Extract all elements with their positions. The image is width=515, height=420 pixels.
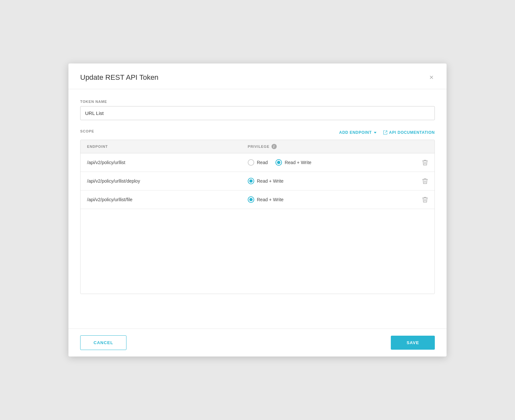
- scope-actions: ADD ENDPOINT API DOCUMENTATION: [339, 130, 435, 135]
- privilege-column-header: PRIVILEGE i: [248, 144, 408, 149]
- scope-header-row: SCOPE ADD ENDPOINT API DOCUMENTATION: [80, 129, 435, 136]
- trash-icon: [422, 178, 428, 184]
- external-link-icon: [383, 130, 388, 135]
- read-radio-row0[interactable]: Read: [248, 159, 268, 166]
- delete-button-row1[interactable]: [408, 178, 428, 184]
- chevron-down-icon: [374, 132, 376, 133]
- modal-body: TOKEN NAME SCOPE ADD ENDPOINT: [68, 89, 447, 329]
- modal-container: Update REST API Token × TOKEN NAME SCOPE…: [68, 63, 447, 357]
- read-write-radio-circle-row1: [248, 178, 254, 184]
- read-write-label-row1: Read + Write: [257, 178, 284, 184]
- endpoint-text: /api/v2/policy/urllist/file: [87, 197, 248, 202]
- read-label-row0: Read: [257, 160, 268, 165]
- api-documentation-label: API DOCUMENTATION: [389, 130, 435, 135]
- endpoint-text: /api/v2/policy/urllist: [87, 160, 248, 165]
- delete-button-row2[interactable]: [408, 196, 428, 203]
- table-row: /api/v2/policy/urllist/file Read + Write: [81, 190, 434, 209]
- endpoint-column-header: ENDPOINT: [87, 144, 248, 149]
- read-write-radio-circle-row0: [275, 159, 282, 166]
- scope-label: SCOPE: [80, 129, 94, 133]
- privilege-cell: Read + Write: [248, 178, 408, 184]
- privilege-info-icon[interactable]: i: [272, 144, 277, 149]
- table-row: /api/v2/policy/urllist/deploy Read + Wri…: [81, 172, 434, 190]
- delete-button-row0[interactable]: [408, 159, 428, 166]
- read-write-label-row2: Read + Write: [257, 197, 284, 202]
- token-name-section: TOKEN NAME: [80, 100, 435, 120]
- token-name-label: TOKEN NAME: [80, 100, 435, 104]
- privilege-cell: Read Read + Write: [248, 159, 408, 166]
- read-write-radio-row0[interactable]: Read + Write: [275, 159, 311, 166]
- read-write-radio-row1[interactable]: Read + Write: [248, 178, 284, 184]
- privilege-cell: Read + Write: [248, 196, 408, 203]
- scope-section: SCOPE ADD ENDPOINT API DOCUMENTATION: [80, 129, 435, 294]
- table-row: /api/v2/policy/urllist Read Read + Write: [81, 153, 434, 172]
- add-endpoint-button[interactable]: ADD ENDPOINT: [339, 130, 376, 135]
- read-write-radio-row2[interactable]: Read + Write: [248, 196, 284, 203]
- cancel-button[interactable]: CANCEL: [80, 335, 126, 350]
- close-button[interactable]: ×: [428, 73, 435, 82]
- read-write-label-row0: Read + Write: [285, 160, 311, 165]
- trash-icon: [422, 196, 428, 203]
- scope-table: ENDPOINT PRIVILEGE i /api/v2/policy/urll…: [80, 140, 435, 294]
- modal-header: Update REST API Token ×: [68, 63, 447, 89]
- read-radio-circle-row0: [248, 159, 254, 166]
- save-button[interactable]: SAVE: [391, 336, 435, 350]
- modal-title: Update REST API Token: [80, 73, 158, 82]
- trash-icon: [422, 159, 428, 166]
- api-documentation-button[interactable]: API DOCUMENTATION: [383, 130, 435, 135]
- modal-footer: CANCEL SAVE: [68, 329, 447, 357]
- endpoint-text: /api/v2/policy/urllist/deploy: [87, 178, 248, 184]
- token-name-input[interactable]: [80, 106, 435, 120]
- add-endpoint-label: ADD ENDPOINT: [339, 130, 372, 135]
- table-empty-area: [81, 209, 434, 294]
- read-write-radio-circle-row2: [248, 196, 254, 203]
- table-header: ENDPOINT PRIVILEGE i: [81, 140, 434, 153]
